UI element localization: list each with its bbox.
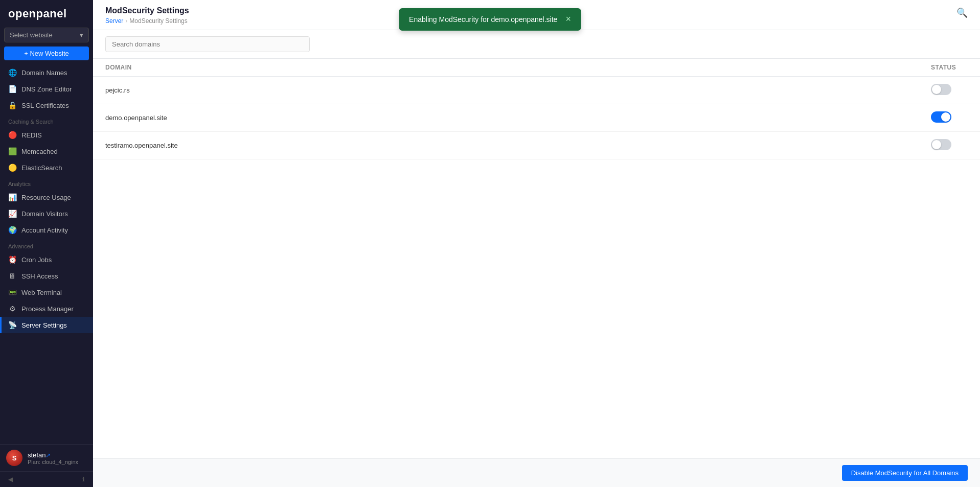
toggle-knob [932, 85, 941, 94]
table-row: pejcic.rs [93, 77, 980, 104]
terminal-icon: 📟 [8, 288, 16, 296]
sidebar-item-resource-usage[interactable]: 📊 Resource Usage [0, 189, 93, 205]
column-header-domain: DOMAIN [93, 59, 919, 77]
elasticsearch-icon: 🟡 [8, 164, 16, 172]
sidebar-item-domain-names[interactable]: 🌐 Domain Names [0, 64, 93, 81]
sidebar-item-redis[interactable]: 🔴 REDIS [0, 127, 93, 143]
new-website-button[interactable]: + New Website [4, 47, 89, 60]
sidebar-item-label: SSL Certificates [21, 102, 69, 109]
info-icon: ℹ [82, 476, 85, 483]
breadcrumb-separator: › [125, 17, 127, 25]
sidebar-item-label: Process Manager [21, 305, 74, 313]
app-logo: openpanel [0, 0, 93, 28]
user-plan: Plan: cloud_4_nginx [28, 459, 87, 465]
sidebar-section-advanced: Advanced ⏰ Cron Jobs 🖥 SSH Access 📟 Web … [0, 238, 93, 333]
section-label-analytics: Analytics [0, 176, 93, 189]
server-icon: 📡 [8, 321, 16, 329]
sidebar-item-label: Domain Names [21, 69, 67, 77]
section-label-caching: Caching & Search [0, 113, 93, 127]
breadcrumb-server-link[interactable]: Server [105, 17, 123, 25]
toast-message: Enabling ModSecurity for demo.openpanel.… [409, 15, 557, 24]
monitor-icon: 🖥 [8, 272, 16, 280]
main-content: Enabling ModSecurity for demo.openpanel.… [93, 0, 980, 487]
sidebar-item-dns-zone-editor[interactable]: 📄 DNS Zone Editor [0, 81, 93, 97]
sidebar-section-domain: 🌐 Domain Names 📄 DNS Zone Editor 🔒 SSL C… [0, 64, 93, 113]
globe2-icon: 🌍 [8, 226, 16, 234]
bottom-bar: Disable ModSecurity for All Domains [93, 458, 980, 487]
toggle-knob [941, 112, 950, 122]
lock-icon: 🔒 [8, 101, 16, 109]
sidebar-item-label: Domain Visitors [21, 210, 68, 218]
toggle-switch[interactable] [931, 84, 951, 95]
section-label-advanced: Advanced [0, 238, 93, 251]
status-cell [919, 132, 980, 159]
document-icon: 📄 [8, 85, 16, 93]
sidebar-item-server-settings[interactable]: 📡 Server Settings [0, 317, 93, 333]
sidebar-item-account-activity[interactable]: 🌍 Account Activity [0, 222, 93, 238]
sidebar-item-label: Server Settings [21, 321, 67, 329]
domains-table: DOMAIN STATUS pejcic.rsdemo.openpanel.si… [93, 59, 980, 159]
sidebar-item-label: Account Activity [21, 226, 68, 234]
redis-icon: 🔴 [8, 131, 16, 139]
sidebar-item-label: SSH Access [21, 272, 58, 280]
username: stefan↗ [28, 451, 87, 459]
sidebar-item-web-terminal[interactable]: 📟 Web Terminal [0, 284, 93, 300]
sidebar-item-label: Web Terminal [21, 289, 62, 296]
chevron-down-icon: ▾ [80, 31, 83, 39]
sidebar-item-ssh-access[interactable]: 🖥 SSH Access [0, 268, 93, 284]
clock-icon: ⏰ [8, 256, 16, 264]
toast-close-button[interactable]: × [565, 14, 571, 24]
sidebar-item-label: REDIS [21, 131, 42, 139]
toggle-switch[interactable] [931, 139, 951, 150]
search-bar-row [93, 30, 980, 59]
domain-cell: demo.openpanel.site [93, 104, 919, 132]
domains-table-container: DOMAIN STATUS pejcic.rsdemo.openpanel.si… [93, 59, 980, 458]
sidebar-footer: S stefan↗ Plan: cloud_4_nginx [0, 444, 93, 471]
sidebar-item-label: Memcached [21, 148, 58, 155]
collapse-icon: ◀ [8, 476, 13, 483]
avatar: S [6, 450, 22, 466]
sidebar-item-label: DNS Zone Editor [21, 85, 72, 93]
chart-icon: 📊 [8, 193, 16, 201]
status-cell [919, 77, 980, 104]
status-cell [919, 104, 980, 132]
globe-icon: 🌐 [8, 68, 16, 77]
memcached-icon: 🟩 [8, 147, 16, 155]
sidebar-section-analytics: Analytics 📊 Resource Usage 📈 Domain Visi… [0, 176, 93, 238]
sidebar-item-process-manager[interactable]: ⚙ Process Manager [0, 300, 93, 317]
sidebar-item-elasticsearch[interactable]: 🟡 ElasticSearch [0, 159, 93, 176]
table-row: demo.openpanel.site [93, 104, 980, 132]
sidebar-item-domain-visitors[interactable]: 📈 Domain Visitors [0, 205, 93, 222]
header-search-icon[interactable]: 🔍 [956, 7, 968, 18]
sidebar-item-cron-jobs[interactable]: ⏰ Cron Jobs [0, 251, 93, 268]
domain-cell: pejcic.rs [93, 77, 919, 104]
sidebar: openpanel Select website ▾ + New Website… [0, 0, 93, 487]
column-header-status: STATUS [919, 59, 980, 77]
gear-icon: ⚙ [8, 305, 16, 313]
sidebar-item-ssl-certificates[interactable]: 🔒 SSL Certificates [0, 97, 93, 113]
sidebar-item-label: ElasticSearch [21, 164, 62, 172]
select-website-label: Select website [10, 31, 53, 39]
select-website-dropdown[interactable]: Select website ▾ [4, 28, 89, 42]
disable-all-button[interactable]: Disable ModSecurity for All Domains [842, 465, 968, 481]
toggle-knob [932, 140, 941, 149]
toast-notification: Enabling ModSecurity for demo.openpanel.… [399, 8, 581, 31]
toggle-switch[interactable] [931, 111, 951, 123]
sidebar-collapse-button[interactable]: ◀ ℹ [0, 471, 93, 487]
sidebar-item-label: Cron Jobs [21, 256, 52, 264]
sidebar-item-label: Resource Usage [21, 194, 71, 201]
trending-icon: 📈 [8, 210, 16, 218]
sidebar-section-caching: Caching & Search 🔴 REDIS 🟩 Memcached 🟡 E… [0, 113, 93, 176]
domain-cell: testiramo.openpanel.site [93, 132, 919, 159]
table-row: testiramo.openpanel.site [93, 132, 980, 159]
breadcrumb-current: ModSecurity Settings [129, 17, 187, 25]
sidebar-item-memcached[interactable]: 🟩 Memcached [0, 143, 93, 159]
search-input[interactable] [105, 36, 310, 52]
